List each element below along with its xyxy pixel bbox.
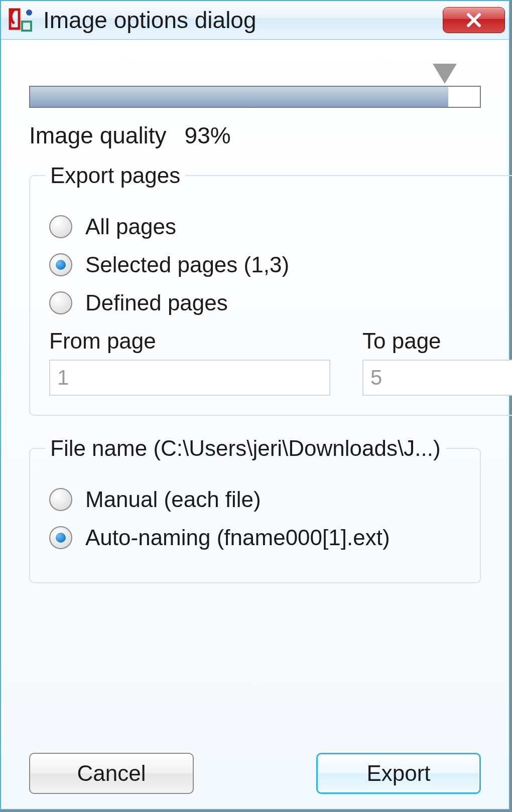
radio-icon [49, 291, 72, 314]
quality-value: 93% [185, 122, 231, 148]
file-name-legend: File name (C:\Users\jeri\Downloads\J...) [45, 436, 446, 461]
page-range-inputs: From page To page [49, 329, 512, 396]
radio-all-pages[interactable]: All pages [49, 214, 512, 239]
radio-selected-pages[interactable]: Selected pages (1,3) [49, 252, 512, 277]
dialog-window: Image options dialog Image quality93% Ex… [0, 0, 510, 810]
radio-icon [49, 253, 72, 276]
quality-readout: Image quality93% [29, 122, 481, 149]
radio-label: Selected pages (1,3) [85, 252, 289, 277]
close-button[interactable] [443, 7, 505, 33]
to-page-label: To page [362, 329, 512, 354]
from-page-input[interactable] [49, 360, 330, 396]
from-page-label: From page [49, 329, 330, 354]
slider-thumb-icon[interactable] [433, 64, 457, 84]
app-icon [7, 7, 34, 34]
dialog-content: Image quality93% Export pages All pages … [1, 40, 509, 809]
svg-point-1 [26, 10, 32, 16]
to-page-input[interactable] [362, 360, 512, 396]
radio-icon [49, 526, 72, 549]
dialog-buttons: Cancel Export [29, 748, 481, 794]
export-pages-legend: Export pages [45, 163, 185, 188]
file-name-group: File name (C:\Users\jeri\Downloads\J...)… [29, 436, 481, 583]
radio-icon [49, 215, 72, 238]
radio-label: Manual (each file) [85, 487, 261, 512]
radio-manual-naming[interactable]: Manual (each file) [49, 487, 461, 512]
slider-fill [30, 87, 448, 107]
quality-slider[interactable] [29, 64, 481, 108]
cancel-button[interactable]: Cancel [29, 753, 194, 794]
slider-thumb-row [29, 64, 481, 86]
close-icon [465, 12, 482, 29]
quality-label: Image quality [29, 122, 167, 148]
svg-rect-0 [22, 22, 31, 31]
export-button[interactable]: Export [316, 753, 481, 794]
radio-label: Defined pages [85, 290, 228, 315]
export-pages-group: Export pages All pages Selected pages (1… [29, 163, 512, 416]
titlebar: Image options dialog [1, 1, 509, 40]
radio-label: All pages [85, 214, 176, 239]
from-page-col: From page [49, 329, 330, 396]
radio-defined-pages[interactable]: Defined pages [49, 290, 512, 315]
radio-label: Auto-naming (fname000[1].ext) [85, 525, 390, 550]
dialog-title: Image options dialog [43, 7, 443, 34]
radio-auto-naming[interactable]: Auto-naming (fname000[1].ext) [49, 525, 461, 550]
to-page-col: To page [362, 329, 512, 396]
slider-track[interactable] [29, 86, 481, 108]
radio-icon [49, 488, 72, 511]
